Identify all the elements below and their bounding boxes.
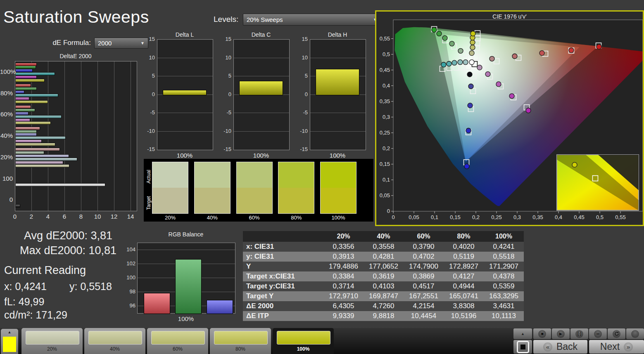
levels-value: 20% Sweeps <box>247 16 283 23</box>
x-axis-label: 0,15 <box>450 214 460 220</box>
gridline <box>310 113 366 113</box>
cie-zoom-inset <box>557 155 639 210</box>
delta-bar <box>163 90 207 96</box>
panel-up-button[interactable]: ▲ <box>513 328 532 339</box>
pattern-tile-80%[interactable]: 80% <box>210 328 271 354</box>
cie-1976-chart-panel[interactable]: CIE 1976 u'v' 00,050,10,150,20,250,30,35… <box>375 10 644 226</box>
measured-point <box>437 31 442 36</box>
y-axis-label: -15 <box>293 146 308 152</box>
levels-label: Levels: <box>214 15 238 24</box>
y-axis-label: 0,3 <box>383 114 390 120</box>
measured-point <box>477 65 482 70</box>
y-axis-label: 104 <box>121 246 135 253</box>
stop-button[interactable]: ■ <box>533 328 551 339</box>
pattern-tile-40%[interactable]: 40% <box>84 328 145 354</box>
gridline <box>234 58 289 58</box>
current-color-tile[interactable]: ▲ <box>1 329 18 354</box>
deltae-bar <box>15 63 37 66</box>
cell-value: 0,4127 <box>444 271 484 281</box>
y-axis-label: 0,45 <box>380 67 390 73</box>
y-axis-label: -5 <box>216 109 231 116</box>
pattern-swatch <box>214 331 268 345</box>
swatch-label: 60% <box>236 215 273 221</box>
deltae-chart[interactable]: DeltaE 2000 100%80%60%40%20%100002468101… <box>0 53 138 226</box>
delta-h-chart[interactable]: Delta H -15-10-5051015100% <box>293 31 367 160</box>
x-axis-label: 0,4 <box>555 214 562 220</box>
row-label: Target y:CIE31 <box>243 281 323 291</box>
measured-point <box>572 162 577 167</box>
current-color-swatch <box>3 337 16 352</box>
gridline <box>157 131 213 132</box>
back-button[interactable]: «Back <box>533 340 587 354</box>
table-row: Target y:CIE310,37140,41030,45170,49440,… <box>243 281 524 291</box>
bar-group <box>15 125 137 147</box>
chart-title: Delta L <box>157 31 212 38</box>
measured-point <box>466 128 471 133</box>
pattern-label: 80% <box>210 346 271 352</box>
bar-group <box>15 147 137 168</box>
target-swatch <box>195 188 230 213</box>
measured-point <box>512 54 517 59</box>
blank-button[interactable] <box>626 328 644 339</box>
deltae-bar <box>15 183 105 186</box>
y-axis-label: 100 <box>0 168 13 189</box>
current-reading-heading: Current Reading <box>4 264 86 277</box>
rgb-bar-red <box>144 293 170 314</box>
x-axis-label: 0,5 <box>596 214 604 220</box>
x-axis-label: 0,25 <box>491 214 501 220</box>
fl-label: fL: <box>4 296 16 307</box>
rgb-bar-green <box>175 259 202 314</box>
x-axis-label: 0,2 <box>472 214 480 220</box>
gridline <box>157 58 213 58</box>
bar-group <box>15 83 137 104</box>
deltae-bar <box>15 112 29 115</box>
table-row: Target x:CIE310,33840,36190,38690,41270,… <box>243 271 524 281</box>
cell-value: 163,3295 <box>484 291 524 301</box>
pattern-swatch <box>277 331 330 345</box>
deltae-bar <box>15 139 42 143</box>
table-header-row: 20%40%60%80%100% <box>243 231 524 242</box>
pattern-tile-20%[interactable]: 20% <box>21 328 83 354</box>
pattern-tile-100%[interactable]: 100% <box>273 328 334 354</box>
gridline <box>234 113 289 113</box>
measured-point <box>458 48 463 53</box>
rgb-bar-blue <box>207 300 233 314</box>
refresh-button[interactable] <box>608 328 625 339</box>
delta-c-chart[interactable]: Delta C -15-10-5051015100% <box>216 31 291 160</box>
scroll-up-icon[interactable]: ▲ <box>1 330 18 334</box>
y-axis-label: 0,55 <box>380 35 390 42</box>
cell-value: 0,3714 <box>323 281 364 291</box>
levels-dropdown[interactable]: 20% Sweeps ▼ <box>243 14 381 26</box>
max-value: 10,81 <box>89 244 117 257</box>
mini-plot-area <box>310 39 366 150</box>
swatch-label: 100% <box>320 215 356 221</box>
deltae-bar <box>15 118 30 122</box>
measured-point <box>596 44 601 49</box>
next-button[interactable]: Next» <box>589 340 644 354</box>
x-axis-label: 6 <box>59 213 69 220</box>
deltae-bar <box>15 136 66 139</box>
chevron-right-icon: » <box>624 342 633 352</box>
rgb-balance-chart[interactable]: RGB Balance 9698100102104100% <box>120 231 240 324</box>
y-axis-label: 0 <box>216 91 231 97</box>
continuous-button[interactable]: ∞ <box>589 328 607 339</box>
measured-point <box>496 82 501 87</box>
y-axis-label: 15 <box>140 36 155 42</box>
cell-value: 4,7260 <box>364 301 404 311</box>
x-axis-label: 0,55 <box>615 214 625 220</box>
measurement-table: 20%40%60%80%100%x: CIE310,33560,35580,37… <box>243 231 524 321</box>
cell-value: 0,4281 <box>364 252 404 262</box>
single-measure-button[interactable]: [·] <box>570 328 588 339</box>
delta-l-chart[interactable]: Delta L -15-10-5051015100% <box>140 31 214 160</box>
pattern-label: 40% <box>84 346 145 352</box>
y-value: 0,5518 <box>80 281 112 292</box>
deltae-bar <box>15 66 36 69</box>
stop-screen-button[interactable] <box>513 340 532 354</box>
table-row: ΔE ITP9,93399,881810,445410,519610,1113 <box>243 311 524 321</box>
y-axis-label: 98 <box>121 288 135 295</box>
y-axis-label: 5 <box>216 73 231 79</box>
pattern-tile-60%[interactable]: 60% <box>147 328 208 354</box>
cell-value: 169,8747 <box>364 291 404 301</box>
measured-point <box>442 35 447 40</box>
play-button[interactable]: ▶ <box>552 328 570 339</box>
